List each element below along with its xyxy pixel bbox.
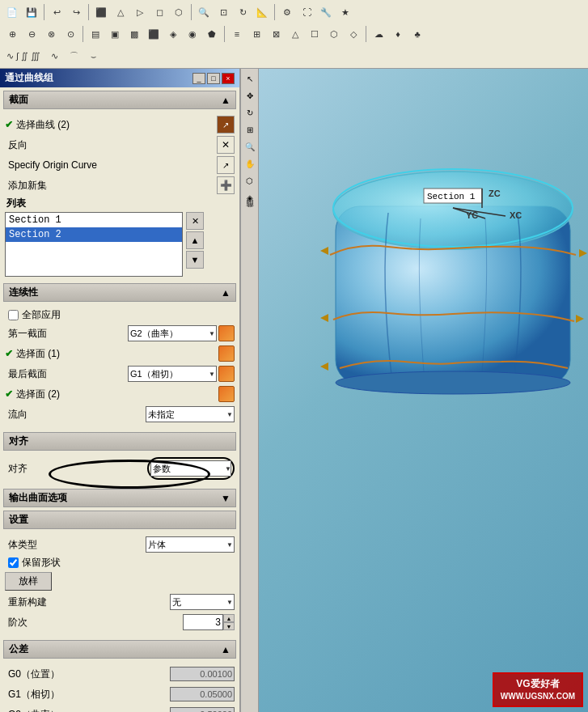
tb-redo[interactable]: ↪ — [67, 3, 85, 21]
sep6 — [224, 26, 225, 42]
fangyang-btn[interactable]: 放样 — [5, 572, 52, 591]
tb-r9[interactable]: ◈ — [164, 25, 182, 43]
tb-zoom[interactable]: 🔍 — [195, 3, 213, 21]
tb-icon2[interactable]: △ — [112, 3, 129, 21]
select-curves-label: 选择曲线 (2) — [16, 118, 70, 132]
zuihou-jiecao-row: 最后截面 G1（相切） G2（曲率） G0（位置） 无 — [5, 365, 235, 383]
tb-r13[interactable]: ⊞ — [247, 25, 265, 43]
tb-r18[interactable]: ◇ — [345, 25, 362, 43]
g2-input[interactable] — [170, 707, 235, 712]
tb-r14[interactable]: ⊠ — [267, 25, 285, 43]
tb-icon3[interactable]: ▷ — [131, 3, 149, 21]
tb-icon5[interactable]: ⬡ — [170, 3, 188, 21]
sidebar-pan-icon[interactable]: ✋ — [242, 155, 258, 172]
jiechi-label: 阶次 — [5, 616, 183, 629]
section-header-jiecao[interactable]: 截面 ▲ — [3, 91, 236, 109]
tb-r21[interactable]: ♣ — [408, 25, 426, 43]
xuanze-mian-1-label: 选择面 (1) — [16, 347, 60, 361]
baoliu-xingzhuang-checkbox[interactable] — [8, 557, 19, 568]
tb-curve2[interactable]: ⌒ — [65, 47, 82, 65]
tb-r11[interactable]: ⬟ — [203, 25, 221, 43]
quanbu-yingyong-checkbox[interactable] — [8, 310, 19, 320]
list-area: Section 1 Section 2 ✕ ▲ ▼ — [5, 212, 235, 277]
jiechi-up[interactable]: ▲ — [223, 614, 235, 622]
tileixing-select[interactable]: 片体 实体 — [146, 536, 235, 553]
sidebar-zoom-icon[interactable]: 🔍 — [242, 138, 258, 155]
duiqi-label: 对齐 — [9, 434, 28, 448]
tb-undo[interactable]: ↩ — [48, 3, 66, 21]
tb-rotate[interactable]: ↻ — [234, 3, 252, 21]
di-yi-jiecao-label: 第一截面 — [5, 327, 128, 341]
fanxiang-btn[interactable]: ✕ — [217, 136, 235, 154]
tb-r8[interactable]: ⬛ — [145, 25, 163, 43]
tb-r15[interactable]: △ — [286, 25, 304, 43]
chongxin-goujian-select[interactable]: 无 手动 — [170, 594, 235, 610]
sidebar-scale-icon[interactable]: ⊞ — [242, 121, 258, 138]
tb-new[interactable]: 📄 — [3, 3, 21, 21]
list-item-2[interactable]: Section 2 — [6, 227, 182, 242]
tileixing-label: 体类型 — [5, 538, 146, 552]
tb-r2[interactable]: ⊖ — [23, 25, 40, 43]
tb-r3[interactable]: ⊗ — [42, 25, 60, 43]
tb-r17[interactable]: ⬡ — [325, 25, 343, 43]
tb-icon7[interactable]: ⛶ — [298, 3, 315, 21]
xuanze-mian-1-row: ✔ 选择面 (1) — [5, 345, 235, 362]
tb-fit[interactable]: ⊡ — [214, 3, 232, 21]
tb-icon4[interactable]: ◻ — [150, 3, 168, 21]
section-header-lianbianxing[interactable]: 连续性 ▲ — [3, 283, 236, 302]
section-header-shezhi[interactable]: 设置 — [3, 511, 236, 529]
duiqi-select[interactable]: 参数 弧长 根据点 — [150, 460, 231, 477]
tb-curve1[interactable]: ∿ — [45, 47, 63, 65]
baoliu-xingzhuang-row: 保留形状 — [5, 556, 235, 570]
tb-r19[interactable]: ☁ — [370, 25, 387, 43]
watermark-line2: WWW.UGSNX.COM — [501, 691, 575, 702]
specify-origin-btn[interactable]: ↗ — [217, 156, 235, 174]
tb-curve3[interactable]: ⌣ — [84, 47, 102, 65]
dialog-restore[interactable]: □ — [207, 73, 220, 84]
sidebar-shade-icon[interactable]: ◈ — [242, 189, 258, 206]
tb-r7[interactable]: ▩ — [125, 25, 143, 43]
zuihou-jiecao-verify-icon — [218, 366, 235, 382]
list-down-btn[interactable]: ▼ — [186, 251, 204, 269]
g1-input[interactable] — [170, 687, 235, 701]
tb-icon9[interactable]: ★ — [336, 3, 354, 21]
sidebar-move-icon[interactable]: ✥ — [242, 87, 258, 104]
dialog-minimize[interactable]: _ — [192, 73, 205, 84]
section-header-duiqi[interactable]: 对齐 — [3, 432, 236, 451]
tb-save[interactable]: 💾 — [23, 3, 40, 21]
add-new-set-btn[interactable]: ➕ — [217, 176, 235, 194]
sidebar-wire-icon[interactable]: ⬡ — [242, 172, 258, 189]
tb-icon1[interactable]: ⬛ — [92, 3, 110, 21]
select-curves-action-btn[interactable]: ↗ — [217, 116, 235, 134]
sidebar-select-icon[interactable]: ↖ — [242, 70, 258, 87]
tb-r12[interactable]: ≡ — [228, 25, 246, 43]
tb-r4[interactable]: ⊙ — [61, 25, 79, 43]
tb-icon6[interactable]: 📐 — [253, 3, 271, 21]
section-header-gongcha[interactable]: 公差 ▲ — [3, 640, 236, 659]
jiechi-input[interactable] — [183, 614, 223, 630]
tb-r10[interactable]: ◉ — [184, 25, 201, 43]
liuxiang-select[interactable]: 未指定 脊线 — [146, 406, 235, 422]
section-header-shuchuqumian[interactable]: 输出曲面选项 ▼ — [3, 489, 236, 507]
sidebar-rotate-icon[interactable]: ↻ — [242, 104, 258, 121]
viewport-3d[interactable]: Section 1 ZC YC XC VG爱好者 WWW.UGSNX.COM — [259, 69, 588, 712]
tb-r5[interactable]: ▤ — [87, 25, 104, 43]
g0-input[interactable] — [170, 667, 235, 681]
select-curves-check: ✔ — [5, 119, 13, 130]
jiechi-down[interactable]: ▼ — [223, 622, 235, 630]
zuihou-jiecao-select[interactable]: G1（相切） G2（曲率） G0（位置） 无 — [128, 366, 217, 382]
toolbar-area: 📄 💾 ↩ ↪ ⬛ △ ▷ ◻ ⬡ 🔍 ⊡ ↻ 📐 ⚙ ⛶ 🔧 ★ ⊕ ⊖ ⊗ — [0, 0, 588, 69]
tb-r1[interactable]: ⊕ — [3, 25, 21, 43]
tb-r20[interactable]: ♦ — [389, 25, 407, 43]
tb-r6[interactable]: ▣ — [106, 25, 124, 43]
dialog-close[interactable]: × — [222, 73, 235, 84]
list-delete-btn[interactable]: ✕ — [186, 212, 204, 230]
toolbar-row-3: ∿ ∫ ∬ ∭ ∿ ⌒ ⌣ — [2, 45, 586, 66]
section-list[interactable]: Section 1 Section 2 — [5, 212, 183, 277]
list-item-1[interactable]: Section 1 — [6, 213, 182, 227]
tb-settings[interactable]: ⚙ — [278, 3, 296, 21]
tb-r16[interactable]: ☐ — [306, 25, 324, 43]
list-up-btn[interactable]: ▲ — [186, 231, 204, 249]
tb-icon8[interactable]: 🔧 — [317, 3, 335, 21]
di-yi-jiecao-select[interactable]: G2（曲率） G1（相切） G0（位置） 无 — [128, 325, 217, 341]
